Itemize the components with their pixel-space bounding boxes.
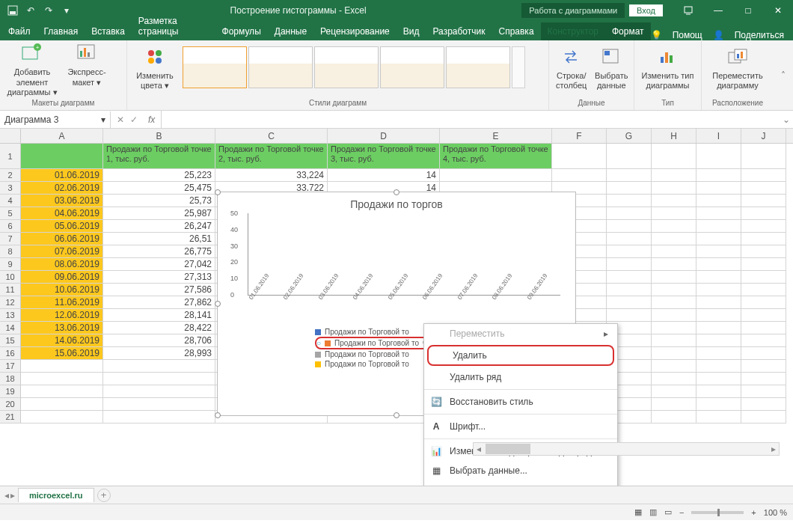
chart-styles-gallery[interactable]	[183, 43, 525, 88]
cell[interactable]: 27,313	[103, 271, 215, 284]
cell[interactable]: 12.06.2019	[21, 309, 103, 322]
cell[interactable]: 15.06.2019	[21, 347, 103, 360]
resize-handle[interactable]	[394, 189, 399, 195]
zoom-slider[interactable]	[691, 511, 744, 514]
row-header[interactable]: 18	[0, 373, 21, 385]
row-header[interactable]: 11	[0, 284, 21, 296]
row-header[interactable]: 10	[0, 271, 21, 284]
cell[interactable]: 09.06.2019	[21, 271, 103, 284]
cell[interactable]	[21, 411, 103, 424]
select-data-button[interactable]: Выбрать данные	[594, 43, 630, 91]
tab-page-layout[interactable]: Разметка страницы	[132, 12, 215, 40]
col-header[interactable]: D	[328, 129, 440, 143]
tab-data[interactable]: Данные	[268, 22, 313, 40]
cell[interactable]	[652, 398, 696, 411]
resize-handle[interactable]	[394, 412, 399, 418]
select-all-corner[interactable]	[0, 129, 21, 143]
cell[interactable]: 27,586	[103, 284, 215, 296]
undo-icon[interactable]: ↶	[22, 2, 39, 19]
cell[interactable]: 04.06.2019	[21, 207, 103, 220]
ctx-font[interactable]: AШрифт...	[424, 417, 617, 436]
cell[interactable]: 26,775	[103, 245, 215, 258]
cell[interactable]	[696, 360, 741, 373]
tab-insert[interactable]: Вставка	[85, 22, 132, 40]
col-header[interactable]: G	[607, 129, 652, 143]
row-header[interactable]: 17	[0, 360, 21, 373]
zoom-out-icon[interactable]: −	[679, 508, 684, 517]
fx-icon[interactable]: fx	[148, 114, 155, 125]
qat-dropdown-icon[interactable]: ▾	[58, 2, 75, 19]
cell[interactable]: 08.06.2019	[21, 258, 103, 271]
sheet-tab[interactable]: microexcel.ru	[18, 488, 94, 502]
row-header[interactable]: 4	[0, 195, 21, 207]
switch-row-column-button[interactable]: Строка/ столбец	[554, 43, 590, 91]
cell[interactable]	[103, 373, 215, 385]
cell[interactable]: Продажи по Торговой точке 1, тыс. руб.	[103, 144, 215, 169]
cell[interactable]: 28,993	[103, 347, 215, 360]
col-header[interactable]: E	[440, 129, 552, 143]
row-header[interactable]: 15	[0, 334, 21, 347]
cell[interactable]: 11.06.2019	[21, 296, 103, 309]
cell[interactable]: Продажи по Торговой точке 4, тыс. руб.	[440, 144, 552, 169]
cell[interactable]	[741, 411, 786, 424]
resize-handle[interactable]	[215, 301, 221, 307]
cell[interactable]	[21, 144, 103, 169]
cell[interactable]	[652, 411, 696, 424]
row-header[interactable]: 2	[0, 169, 21, 182]
cell[interactable]	[652, 373, 696, 385]
tab-help[interactable]: Справка	[492, 22, 540, 40]
chevron-down-icon[interactable]: ▾	[101, 114, 105, 125]
cell[interactable]: 02.06.2019	[21, 182, 103, 195]
cell[interactable]	[440, 169, 552, 182]
row-header[interactable]: 1	[0, 144, 21, 169]
style-thumb-1[interactable]	[183, 46, 247, 88]
ctx-delete[interactable]: Удалить	[427, 345, 614, 366]
cell[interactable]	[21, 385, 103, 398]
gallery-more-icon[interactable]	[512, 46, 525, 88]
view-normal-icon[interactable]: ▦	[634, 507, 642, 517]
cell[interactable]: 05.06.2019	[21, 220, 103, 233]
redo-icon[interactable]: ↷	[40, 2, 57, 19]
share-icon[interactable]: 👤	[713, 30, 724, 40]
tab-chart-design[interactable]: Конструктор	[541, 22, 605, 40]
login-button[interactable]: Вход	[629, 4, 663, 16]
row-header[interactable]: 12	[0, 296, 21, 309]
cell[interactable]: 28,422	[103, 322, 215, 334]
worksheet-grid[interactable]: A B C D E F G H I J 1 Продажи по Торгово…	[0, 129, 793, 486]
style-thumb-4[interactable]	[380, 46, 444, 88]
cell[interactable]: 28,141	[103, 309, 215, 322]
row-header[interactable]: 7	[0, 233, 21, 245]
cell[interactable]	[741, 373, 786, 385]
cell[interactable]: 28,706	[103, 334, 215, 347]
cell[interactable]: 26,51	[103, 233, 215, 245]
col-header[interactable]: B	[103, 129, 215, 143]
cell[interactable]: 27,862	[103, 296, 215, 309]
tab-formulas[interactable]: Формулы	[215, 22, 268, 40]
row-header[interactable]: 3	[0, 182, 21, 195]
tab-file[interactable]: Файл	[1, 22, 37, 40]
cell[interactable]	[741, 385, 786, 398]
row-header[interactable]: 8	[0, 245, 21, 258]
scrollbar-thumb[interactable]	[486, 444, 530, 454]
col-header[interactable]: A	[21, 129, 103, 143]
cell[interactable]	[696, 411, 741, 424]
ctx-select-data[interactable]: ▦Выбрать данные...	[424, 461, 617, 480]
zoom-in-icon[interactable]: +	[751, 508, 756, 517]
cell[interactable]: 13.06.2019	[21, 322, 103, 334]
cell[interactable]: 14.06.2019	[21, 334, 103, 347]
minimize-icon[interactable]: —	[703, 0, 733, 21]
cell[interactable]	[652, 385, 696, 398]
name-box[interactable]: Диаграмма 3▾	[0, 111, 111, 128]
cell[interactable]	[741, 398, 786, 411]
cell[interactable]: 10.06.2019	[21, 284, 103, 296]
style-thumb-3[interactable]	[314, 46, 379, 88]
add-chart-element-button[interactable]: +Добавить элемент диаграммы ▾	[4, 40, 60, 97]
cell[interactable]: 01.06.2019	[21, 169, 103, 182]
row-header[interactable]: 20	[0, 398, 21, 411]
cell[interactable]: 25,475	[103, 182, 215, 195]
cell[interactable]: 25,987	[103, 207, 215, 220]
cell[interactable]	[696, 373, 741, 385]
expand-formula-bar-icon[interactable]: ⌄	[780, 114, 793, 125]
enter-formula-icon[interactable]: ✓	[130, 114, 138, 125]
cell[interactable]	[103, 360, 215, 373]
